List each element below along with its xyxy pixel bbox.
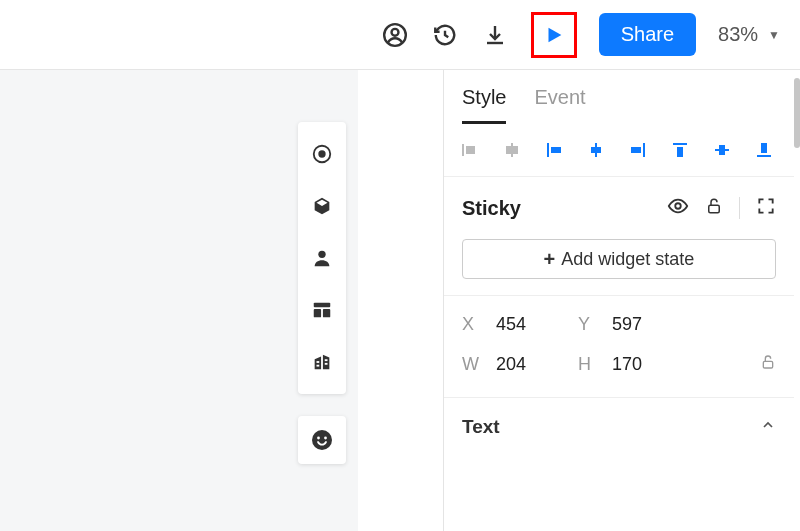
svg-rect-22 <box>591 147 601 153</box>
tool-target-icon[interactable] <box>298 128 346 180</box>
svg-rect-19 <box>547 143 549 157</box>
svg-rect-29 <box>757 155 771 157</box>
svg-rect-33 <box>763 361 772 368</box>
inspector-panel: Style Event <box>443 70 800 531</box>
svg-rect-20 <box>551 147 561 153</box>
svg-point-3 <box>319 151 325 157</box>
align-left-icon[interactable] <box>458 138 482 162</box>
chevron-down-icon: ▼ <box>768 28 780 42</box>
svg-rect-32 <box>709 205 720 213</box>
text-section-label: Text <box>462 416 500 438</box>
tool-layout-icon[interactable] <box>298 284 346 336</box>
align-v-middle-icon[interactable] <box>710 138 734 162</box>
alignment-row <box>444 124 794 177</box>
geometry-h[interactable]: H 170 <box>578 354 694 375</box>
geometry-w[interactable]: W 204 <box>462 354 578 375</box>
lock-icon[interactable] <box>705 196 723 220</box>
svg-rect-18 <box>506 146 518 154</box>
visibility-icon[interactable] <box>667 195 689 221</box>
zoom-level[interactable]: 83% ▼ <box>718 23 780 46</box>
align-h-right-icon[interactable] <box>626 138 650 162</box>
svg-rect-25 <box>673 143 687 145</box>
inspector-tabs: Style Event <box>444 70 794 124</box>
tool-building-icon[interactable] <box>298 336 346 388</box>
align-h-center-icon[interactable] <box>584 138 608 162</box>
svg-rect-11 <box>325 363 328 365</box>
svg-rect-15 <box>462 144 464 156</box>
align-h-left-icon[interactable] <box>542 138 566 162</box>
svg-rect-28 <box>719 145 725 155</box>
svg-rect-9 <box>317 365 320 367</box>
svg-point-1 <box>391 28 398 35</box>
align-v-bottom-icon[interactable] <box>752 138 776 162</box>
history-icon[interactable] <box>431 21 459 49</box>
account-icon[interactable] <box>381 21 409 49</box>
tool-palette <box>298 122 346 394</box>
separator <box>739 197 740 219</box>
svg-rect-24 <box>631 147 641 153</box>
plus-icon: + <box>544 248 556 271</box>
top-toolbar: Share 83% ▼ <box>0 0 800 70</box>
tab-event[interactable]: Event <box>534 86 585 124</box>
scrollbar-thumb[interactable] <box>794 78 800 148</box>
svg-rect-6 <box>314 309 321 317</box>
tool-person-icon[interactable] <box>298 232 346 284</box>
svg-rect-10 <box>325 359 328 361</box>
geometry-x[interactable]: X 454 <box>462 314 578 335</box>
geometry-section: X 454 Y 597 W 204 H 170 <box>444 296 794 397</box>
svg-rect-16 <box>466 146 475 154</box>
svg-rect-23 <box>643 143 645 157</box>
panel-scrollbar[interactable] <box>794 78 800 523</box>
widget-section-header: Sticky <box>444 177 794 239</box>
download-icon[interactable] <box>481 21 509 49</box>
dimension-lock-icon[interactable] <box>760 353 776 375</box>
tool-emoji-icon[interactable] <box>298 416 346 464</box>
svg-point-31 <box>675 203 681 209</box>
expand-icon[interactable] <box>756 196 776 220</box>
chevron-up-icon <box>760 417 776 437</box>
share-button[interactable]: Share <box>599 13 696 56</box>
svg-point-13 <box>317 437 320 440</box>
zoom-value: 83% <box>718 23 758 46</box>
svg-rect-5 <box>314 303 331 308</box>
svg-point-4 <box>318 251 325 258</box>
svg-point-14 <box>324 437 327 440</box>
add-widget-state-label: Add widget state <box>561 249 694 270</box>
svg-rect-7 <box>323 309 330 317</box>
svg-rect-30 <box>761 143 767 153</box>
tab-style[interactable]: Style <box>462 86 506 124</box>
add-widget-state-button[interactable]: + Add widget state <box>462 239 776 279</box>
svg-point-12 <box>312 430 332 450</box>
preview-play-button[interactable] <box>531 12 577 58</box>
widget-name: Sticky <box>462 197 521 220</box>
align-v-top-icon[interactable] <box>668 138 692 162</box>
tool-3d-icon[interactable] <box>298 180 346 232</box>
svg-rect-8 <box>317 361 320 363</box>
svg-rect-26 <box>677 147 683 157</box>
align-center-h-icon[interactable] <box>500 138 524 162</box>
geometry-y[interactable]: Y 597 <box>578 314 694 335</box>
text-section-header[interactable]: Text <box>444 397 794 456</box>
